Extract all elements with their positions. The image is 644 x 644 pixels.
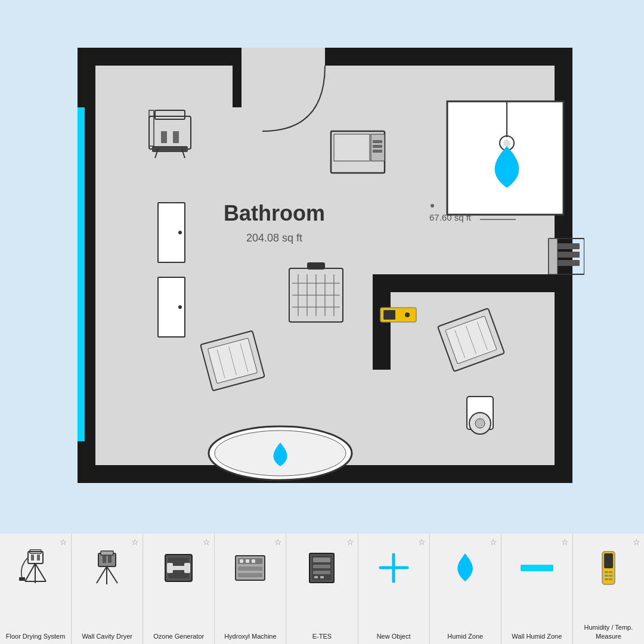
svg-rect-26 bbox=[373, 145, 382, 148]
toolbar-label-wall-cavity: Wall Cavity Dryer bbox=[82, 632, 132, 640]
svg-rect-96 bbox=[240, 559, 243, 563]
svg-rect-16 bbox=[161, 131, 167, 143]
svg-point-46 bbox=[405, 312, 410, 317]
toilet bbox=[467, 397, 493, 434]
toolbar-icon-wall-humid bbox=[516, 547, 558, 589]
star-icon-wall-humid[interactable]: ☆ bbox=[561, 537, 569, 547]
svg-rect-10 bbox=[233, 48, 242, 107]
toolbar-label-ozone: Ozone Generator bbox=[153, 632, 204, 640]
svg-line-86 bbox=[107, 566, 117, 583]
svg-rect-116 bbox=[609, 578, 612, 580]
toolbar-item-wall-cavity[interactable]: ☆ Wall Cavity Dryer bbox=[72, 534, 143, 644]
svg-rect-23 bbox=[334, 134, 370, 161]
star-icon-new-object[interactable]: ☆ bbox=[418, 537, 426, 547]
svg-rect-32 bbox=[549, 239, 558, 274]
toolbar-label-wall-humid: Wall Humid Zone bbox=[512, 632, 562, 640]
svg-rect-113 bbox=[605, 575, 608, 577]
svg-rect-11 bbox=[325, 48, 334, 66]
toolbar-icon-new-object bbox=[373, 547, 414, 589]
toolbar-label-new-object: New Object bbox=[377, 632, 411, 640]
svg-point-59 bbox=[475, 419, 485, 428]
toolbar-item-etes[interactable]: ☆ E-TES bbox=[286, 534, 358, 644]
svg-rect-111 bbox=[605, 571, 608, 573]
star-icon-floor-drying[interactable]: ☆ bbox=[60, 537, 67, 547]
svg-rect-97 bbox=[246, 559, 249, 563]
star-icon-humidity-temp[interactable]: ☆ bbox=[633, 537, 640, 547]
svg-rect-91 bbox=[184, 563, 190, 573]
bathtub bbox=[209, 426, 352, 480]
floorplan-area: Bathroom 204.08 sq ft 67.60 sq ft bbox=[66, 36, 584, 489]
room-sqft-label: 204.08 sq ft bbox=[246, 232, 302, 244]
door-1 bbox=[158, 203, 185, 262]
svg-line-84 bbox=[97, 566, 107, 583]
toolbar-icon-hydroxyl bbox=[230, 547, 271, 589]
star-icon-ozone[interactable]: ☆ bbox=[203, 537, 210, 547]
svg-rect-110 bbox=[604, 553, 613, 568]
toolbar-label-humid-zone: Humid Zone bbox=[447, 632, 483, 640]
svg-rect-83 bbox=[108, 556, 112, 563]
moisture-meter[interactable] bbox=[380, 308, 416, 322]
svg-point-67 bbox=[178, 231, 182, 234]
svg-rect-17 bbox=[173, 131, 179, 143]
toolbar-label-hydroxyl: Hydroxyl Machine bbox=[224, 632, 276, 640]
svg-rect-42 bbox=[307, 262, 325, 270]
toolbar-item-humid-zone[interactable]: ☆ Humid Zone bbox=[430, 534, 501, 644]
toolbar-item-humidity-temp[interactable]: ☆ Humidity / Temp. Measure bbox=[573, 534, 644, 644]
svg-rect-94 bbox=[238, 566, 262, 571]
svg-point-70 bbox=[431, 204, 434, 208]
svg-rect-105 bbox=[320, 576, 324, 578]
toolbar-label-humidity-temp: Humidity / Temp. Measure bbox=[575, 623, 642, 640]
svg-rect-79 bbox=[19, 577, 25, 581]
toolbar-label-etes: E-TES bbox=[312, 632, 332, 640]
room-name-label: Bathroom bbox=[224, 201, 325, 225]
svg-rect-90 bbox=[167, 563, 173, 573]
toolbar: ☆ Floor Drying System ☆ bbox=[0, 534, 644, 644]
svg-point-69 bbox=[178, 305, 182, 309]
svg-point-65 bbox=[503, 140, 510, 147]
toolbar-icon-wall-cavity bbox=[86, 547, 128, 589]
svg-rect-102 bbox=[313, 565, 330, 568]
svg-rect-73 bbox=[31, 555, 34, 561]
toolbar-item-ozone[interactable]: ☆ Ozone Generator bbox=[143, 534, 215, 644]
star-icon-wall-cavity[interactable]: ☆ bbox=[131, 537, 139, 547]
svg-rect-9 bbox=[239, 48, 328, 66]
toolbar-icon-ozone bbox=[158, 547, 200, 589]
svg-rect-7 bbox=[373, 274, 564, 292]
svg-rect-44 bbox=[383, 310, 395, 320]
svg-rect-12 bbox=[78, 107, 85, 441]
svg-rect-25 bbox=[373, 140, 382, 143]
svg-rect-108 bbox=[521, 565, 553, 571]
toolbar-item-hydroxyl[interactable]: ☆ Hydroxyl Machine bbox=[215, 534, 286, 644]
toolbar-icon-floor-drying bbox=[15, 547, 57, 589]
svg-rect-112 bbox=[609, 571, 612, 573]
svg-rect-114 bbox=[609, 575, 612, 577]
toolbar-item-floor-drying[interactable]: ☆ Floor Drying System bbox=[0, 534, 72, 644]
svg-rect-81 bbox=[101, 551, 113, 555]
svg-rect-103 bbox=[313, 571, 330, 574]
svg-rect-27 bbox=[373, 150, 382, 153]
toolbar-item-wall-humid[interactable]: ☆ Wall Humid Zone bbox=[501, 534, 573, 644]
svg-rect-82 bbox=[103, 556, 106, 563]
svg-line-75 bbox=[25, 564, 35, 581]
toolbar-icon-humidity-temp bbox=[587, 547, 629, 589]
door-2 bbox=[158, 277, 185, 337]
svg-rect-8 bbox=[373, 465, 572, 483]
svg-rect-74 bbox=[37, 555, 40, 561]
toolbar-item-new-object[interactable]: ☆ New Object bbox=[358, 534, 430, 644]
star-icon-etes[interactable]: ☆ bbox=[346, 537, 354, 547]
star-icon-humid-zone[interactable]: ☆ bbox=[490, 537, 497, 547]
svg-rect-98 bbox=[252, 559, 255, 563]
svg-line-77 bbox=[35, 564, 46, 581]
toolbar-label-floor-drying: Floor Drying System bbox=[6, 632, 66, 640]
star-icon-hydroxyl[interactable]: ☆ bbox=[274, 537, 282, 547]
svg-rect-95 bbox=[238, 573, 262, 577]
svg-rect-104 bbox=[314, 576, 318, 578]
svg-rect-101 bbox=[313, 558, 330, 562]
shower-area bbox=[447, 101, 564, 215]
toolbar-icon-etes bbox=[301, 547, 343, 589]
toolbar-icon-humid-zone bbox=[444, 547, 486, 589]
svg-rect-115 bbox=[605, 578, 608, 580]
